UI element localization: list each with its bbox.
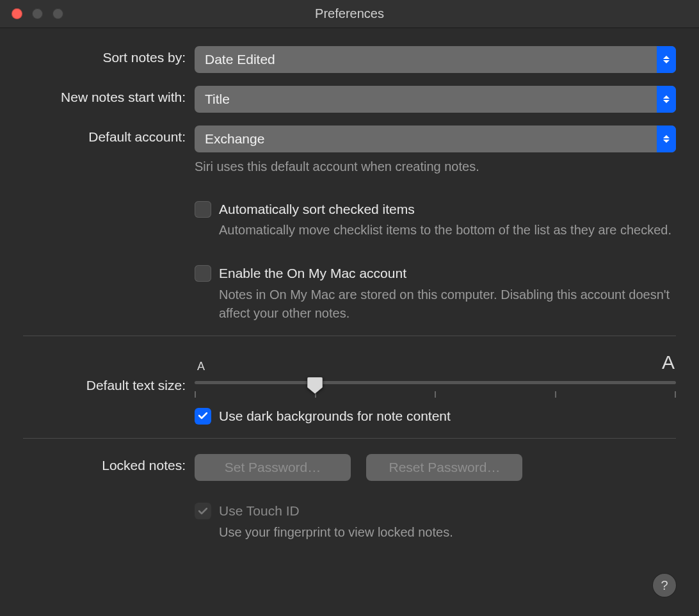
- help-button[interactable]: ?: [653, 574, 676, 597]
- new-notes-value: Title: [195, 92, 657, 107]
- default-account-value: Exchange: [195, 131, 657, 147]
- dark-backgrounds-label: Use dark backgrounds for note content: [219, 407, 451, 425]
- slider-thumb[interactable]: [307, 376, 323, 395]
- divider: [23, 336, 676, 336]
- preferences-window: Preferences Sort notes by: Date Edited N…: [0, 0, 699, 616]
- auto-sort-label: Automatically sort checked items: [219, 200, 671, 218]
- divider: [23, 438, 676, 439]
- set-password-button[interactable]: Set Password…: [195, 454, 351, 481]
- check-icon: [198, 412, 207, 419]
- title-bar: Preferences: [0, 0, 699, 28]
- reset-password-button[interactable]: Reset Password…: [366, 454, 522, 481]
- help-icon: ?: [661, 578, 668, 593]
- slider-tick: [555, 391, 556, 398]
- touch-id-desc: Use your fingerprint to view locked note…: [219, 523, 453, 542]
- on-my-mac-desc: Notes in On My Mac are stored on this co…: [219, 286, 676, 323]
- auto-sort-desc: Automatically move checklist items to th…: [219, 221, 671, 239]
- slider-track: [195, 381, 676, 384]
- text-size-range-icons: A A: [195, 352, 676, 373]
- touch-id-label: Use Touch ID: [219, 501, 453, 520]
- default-account-label: Default account:: [23, 126, 195, 145]
- select-stepper-icon: [657, 126, 676, 152]
- window-title: Preferences: [0, 6, 699, 21]
- slider-tick: [195, 391, 196, 398]
- select-stepper-icon: [657, 86, 676, 113]
- slider-ticks: [195, 391, 676, 398]
- slider-tick: [675, 391, 676, 398]
- sort-notes-value: Date Edited: [195, 52, 657, 67]
- sort-notes-label: Sort notes by:: [23, 46, 195, 65]
- sort-notes-select[interactable]: Date Edited: [195, 46, 676, 73]
- slider-tick: [435, 391, 436, 398]
- text-size-small-icon: A: [195, 360, 205, 373]
- text-size-label: Default text size:: [23, 360, 195, 393]
- select-stepper-icon: [657, 46, 676, 73]
- preferences-content: Sort notes by: Date Edited New notes sta…: [0, 28, 699, 563]
- on-my-mac-checkbox[interactable]: [195, 265, 211, 282]
- text-size-large-icon: A: [662, 352, 676, 373]
- default-account-hint: Siri uses this default account when crea…: [195, 158, 676, 175]
- default-account-select[interactable]: Exchange: [195, 126, 676, 152]
- locked-notes-label: Locked notes:: [23, 454, 195, 473]
- check-icon: [198, 508, 207, 515]
- new-notes-select[interactable]: Title: [195, 86, 676, 113]
- text-size-slider[interactable]: [195, 377, 676, 401]
- on-my-mac-label: Enable the On My Mac account: [219, 264, 676, 282]
- auto-sort-checkbox[interactable]: [195, 201, 211, 218]
- dark-backgrounds-checkbox[interactable]: [195, 408, 211, 425]
- touch-id-checkbox: [195, 503, 211, 519]
- new-notes-label: New notes start with:: [23, 86, 195, 105]
